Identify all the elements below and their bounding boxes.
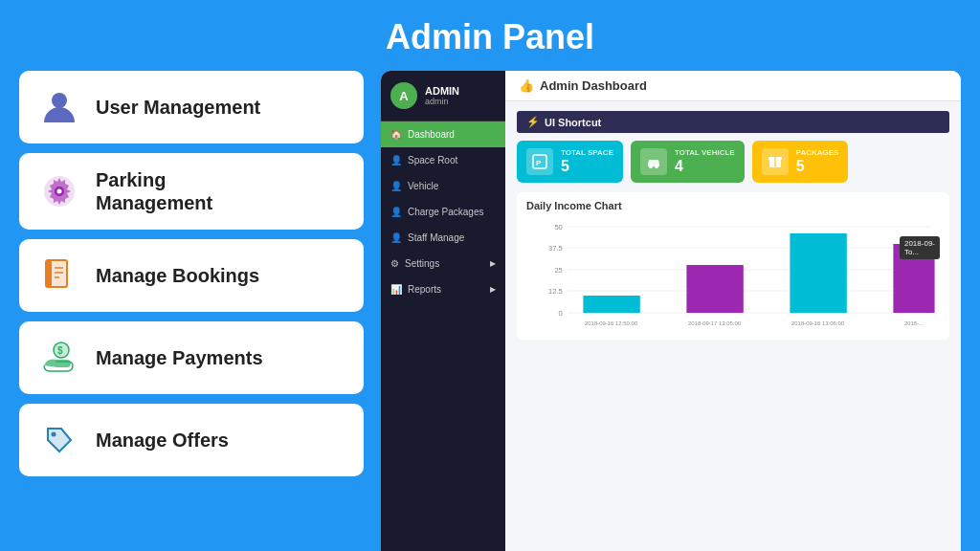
stat-info-packages: PACKAGES 5 — [796, 148, 839, 175]
stat-card-space: P TOTAL SPACE 5 — [517, 141, 623, 183]
db-nav-staff[interactable]: 👤 Staff Manage — [381, 225, 505, 251]
db-nav-settings[interactable]: ⚙ Settings ▶ — [381, 251, 505, 276]
packages-stat-icon — [762, 148, 789, 175]
svg-point-17 — [649, 165, 653, 168]
tooltip-date: 2018-09- — [904, 239, 935, 248]
svg-text:P: P — [536, 159, 542, 167]
stat-card-vehicle: TOTAL VEHICLE 4 — [631, 141, 745, 183]
db-nav-settings-label: Settings — [405, 258, 439, 269]
offers-icon — [38, 419, 80, 461]
svg-point-4 — [57, 189, 62, 194]
nav-card-parking-management[interactable]: Parking Management — [19, 153, 364, 230]
svg-text:37.5: 37.5 — [548, 244, 563, 253]
nav-card-user-management[interactable]: User Management — [19, 71, 364, 143]
db-nav-space-label: Space Root — [408, 155, 457, 165]
reports-icon: 📊 — [390, 284, 402, 295]
stats-row: P TOTAL SPACE 5 — [517, 141, 949, 183]
vehicle-stat-icon — [640, 148, 667, 175]
manage-payments-label: Manage Payments — [96, 346, 263, 369]
payments-icon: $ — [38, 337, 80, 379]
svg-text:2018-09-16 13:06:00: 2018-09-16 13:06:00 — [791, 320, 844, 326]
db-nav-reports[interactable]: 📊 Reports ▶ — [381, 276, 505, 302]
svg-text:2018-09-16 12:50:00: 2018-09-16 12:50:00 — [585, 320, 637, 326]
manage-offers-label: Manage Offers — [96, 429, 229, 452]
stat-label-vehicle: TOTAL VEHICLE — [675, 148, 735, 158]
chart-tooltip: 2018-09- To... — [900, 236, 940, 259]
shortcut-icon: ⚡ — [526, 116, 540, 128]
db-nav-vehicle-label: Vehicle — [408, 181, 438, 191]
bookings-icon — [38, 254, 80, 297]
svg-rect-32 — [583, 296, 639, 313]
dashboard-preview: A ADMIN admin 🏠 Dashboard 👤 Space Root 👤 — [381, 71, 961, 551]
db-nav-dashboard[interactable]: 🏠 Dashboard — [381, 121, 505, 147]
stat-value-space: 5 — [561, 158, 613, 175]
svg-point-14 — [52, 432, 56, 437]
db-nav-dashboard-label: Dashboard — [408, 129, 455, 140]
left-panel: User Management Parking Management — [19, 71, 364, 551]
db-profile-role: admin — [425, 97, 459, 106]
stat-label-space: TOTAL SPACE — [561, 148, 613, 158]
db-nav-charge-packages[interactable]: 👤 Charge Packages — [381, 199, 505, 225]
chart-section: Daily Income Chart 50 — [517, 192, 949, 340]
stat-info-vehicle: TOTAL VEHICLE 4 — [675, 148, 735, 175]
stat-label-packages: PACKAGES — [796, 148, 839, 158]
chevron-right-icon-2: ▶ — [490, 285, 496, 294]
db-sidebar: A ADMIN admin 🏠 Dashboard 👤 Space Root 👤 — [381, 71, 505, 551]
stat-value-packages: 5 — [796, 158, 839, 175]
db-profile-name: ADMIN — [425, 85, 459, 97]
parking-management-label-2: Management — [96, 191, 212, 214]
nav-card-manage-offers[interactable]: Manage Offers — [19, 404, 364, 476]
db-nav-space-root[interactable]: 👤 Space Root — [381, 147, 505, 173]
parking-management-label-1: Parking — [96, 168, 212, 191]
staff-icon: 👤 — [390, 232, 402, 243]
settings-icon: ⚙ — [390, 258, 399, 269]
manage-bookings-label: Manage Bookings — [96, 264, 259, 287]
nav-card-manage-payments[interactable]: $ Manage Payments — [19, 321, 364, 394]
stat-info-space: TOTAL SPACE 5 — [561, 148, 613, 175]
db-header: 👍 Admin Dashboard — [505, 71, 961, 101]
stat-value-vehicle: 4 — [675, 158, 735, 175]
charge-icon: 👤 — [390, 207, 402, 217]
svg-text:25: 25 — [554, 266, 562, 275]
svg-point-18 — [655, 165, 658, 168]
home-icon: 🏠 — [390, 129, 402, 140]
thumbsup-icon: 👍 — [519, 78, 534, 93]
svg-text:2018-09-17 13:05:00: 2018-09-17 13:05:00 — [688, 320, 741, 326]
db-profile: A ADMIN admin — [381, 71, 505, 121]
db-main: 👍 Admin Dashboard ⚡ UI Shortcut — [505, 71, 961, 551]
parking-icon — [38, 170, 80, 212]
main-content: User Management Parking Management — [0, 71, 980, 551]
nav-card-manage-bookings[interactable]: Manage Bookings — [19, 239, 364, 312]
db-profile-info: ADMIN admin — [425, 85, 459, 106]
db-header-title: Admin Dashboard — [540, 78, 647, 93]
svg-rect-33 — [686, 265, 743, 313]
svg-text:$: $ — [57, 345, 63, 356]
db-section-title: ⚡ UI Shortcut — [517, 111, 949, 133]
chart-area: 50 37.5 25 12.5 0 — [526, 217, 940, 332]
stat-card-packages: PACKAGES 5 — [752, 141, 849, 183]
chart-svg: 50 37.5 25 12.5 0 — [526, 217, 940, 332]
tooltip-label: To... — [904, 248, 919, 256]
svg-rect-7 — [46, 260, 52, 287]
user-icon — [38, 86, 80, 128]
svg-text:0: 0 — [559, 309, 563, 318]
page-title: Admin Panel — [0, 0, 980, 71]
svg-text:12.5: 12.5 — [548, 287, 563, 296]
vehicle-icon: 👤 — [390, 181, 402, 191]
svg-point-0 — [52, 93, 67, 108]
space-icon: 👤 — [390, 155, 402, 165]
db-nav-charge-label: Charge Packages — [408, 207, 484, 217]
svg-text:2018-...: 2018-... — [904, 320, 924, 326]
user-management-label: User Management — [96, 96, 260, 119]
parking-space-stat-icon: P — [526, 148, 553, 175]
db-nav-vehicle[interactable]: 👤 Vehicle — [381, 173, 505, 199]
db-nav-reports-label: Reports — [408, 284, 441, 295]
db-avatar: A — [390, 82, 417, 109]
db-nav-staff-label: Staff Manage — [408, 232, 464, 243]
chart-title: Daily Income Chart — [526, 200, 940, 211]
db-content: ⚡ UI Shortcut P — [505, 101, 961, 551]
svg-text:50: 50 — [554, 223, 562, 231]
svg-rect-34 — [790, 233, 846, 313]
chevron-right-icon: ▶ — [490, 259, 496, 268]
